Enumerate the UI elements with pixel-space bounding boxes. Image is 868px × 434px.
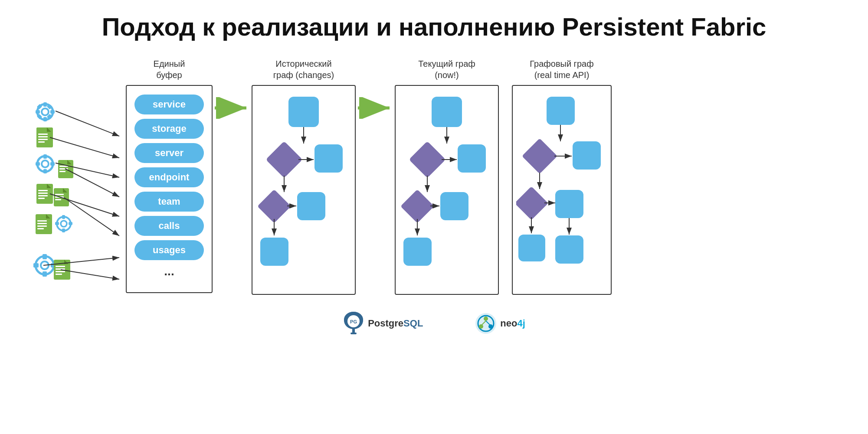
historical-label: Историческийграф (changes) xyxy=(273,58,334,81)
source-area xyxy=(26,58,121,305)
svg-rect-60 xyxy=(56,268,65,270)
svg-rect-78 xyxy=(314,144,343,173)
svg-rect-19 xyxy=(43,154,47,159)
svg-point-122 xyxy=(484,317,488,321)
buffer-item-server: server xyxy=(134,143,204,163)
current-graph-box xyxy=(395,85,499,295)
buffer-item-team: team xyxy=(134,192,204,212)
buffer-item-storage: storage xyxy=(134,119,204,139)
svg-rect-27 xyxy=(59,171,66,172)
sections-row: Единыйбуфер service storage server endpo… xyxy=(126,58,842,295)
svg-rect-83 xyxy=(297,192,325,220)
buffer-box: service storage server endpoint team cal… xyxy=(126,85,213,293)
svg-point-124 xyxy=(479,324,483,329)
svg-rect-59 xyxy=(56,266,65,267)
svg-rect-107 xyxy=(516,186,548,220)
svg-rect-95 xyxy=(401,189,434,223)
svg-rect-15 xyxy=(38,139,48,140)
svg-rect-77 xyxy=(266,141,303,178)
svg-text:PG: PG xyxy=(350,319,357,324)
svg-rect-48 xyxy=(37,223,47,224)
buffer-ellipsis: ... xyxy=(164,264,174,278)
svg-rect-62 xyxy=(56,274,62,275)
svg-rect-2 xyxy=(43,102,47,107)
current-section: Текущий граф(now!) xyxy=(395,58,499,295)
svg-rect-41 xyxy=(62,215,65,219)
svg-rect-111 xyxy=(518,235,545,261)
svg-rect-97 xyxy=(440,192,468,220)
neo4j-logo: neo4j xyxy=(475,313,525,334)
svg-rect-92 xyxy=(458,144,486,173)
postgresql-icon: PG xyxy=(343,312,364,336)
svg-rect-13 xyxy=(38,134,48,135)
neo4j-icon xyxy=(475,313,497,334)
svg-line-69 xyxy=(64,198,119,236)
svg-rect-119 xyxy=(350,333,357,334)
graph-graph-box xyxy=(512,85,612,295)
svg-rect-61 xyxy=(56,271,65,272)
svg-rect-21 xyxy=(36,162,40,166)
svg-rect-30 xyxy=(38,190,48,191)
postgresql-logo: PG PostgreSQL xyxy=(343,312,423,336)
svg-rect-5 xyxy=(50,110,55,114)
svg-rect-4 xyxy=(36,110,40,114)
page-title: Подход к реализации и наполнению Persist… xyxy=(102,13,766,41)
svg-point-40 xyxy=(61,221,67,227)
buffer-label: Единыйбуфер xyxy=(154,58,185,81)
svg-rect-20 xyxy=(43,169,47,173)
svg-line-64 xyxy=(56,111,119,136)
main-content: Единыйбуфер service storage server endpo… xyxy=(26,58,842,305)
graph-section: Графовый граф(real time API) xyxy=(512,58,612,295)
svg-rect-50 xyxy=(37,228,44,229)
svg-rect-109 xyxy=(555,190,583,218)
svg-rect-16 xyxy=(38,141,45,143)
svg-rect-33 xyxy=(38,198,45,199)
svg-rect-14 xyxy=(38,136,48,137)
buffer-item-endpoint: endpoint xyxy=(134,167,204,187)
graph-label: Графовый граф(real time API) xyxy=(530,58,593,81)
svg-rect-22 xyxy=(50,162,55,166)
buffer-item-usages: usages xyxy=(134,240,204,260)
svg-rect-104 xyxy=(573,141,601,170)
svg-rect-36 xyxy=(55,194,64,195)
svg-rect-42 xyxy=(62,228,65,232)
svg-rect-99 xyxy=(403,238,432,266)
svg-line-67 xyxy=(65,169,119,197)
svg-point-123 xyxy=(488,324,493,329)
svg-point-18 xyxy=(42,160,49,167)
svg-rect-43 xyxy=(55,222,59,225)
svg-rect-32 xyxy=(38,195,48,196)
postgresql-text: PostgreSQL xyxy=(368,318,423,329)
bottom-logos: PG PostgreSQL neo4j xyxy=(26,312,842,336)
svg-rect-113 xyxy=(555,235,583,264)
svg-rect-53 xyxy=(43,254,47,259)
svg-rect-38 xyxy=(55,199,61,200)
svg-rect-54 xyxy=(43,271,47,277)
buffer-item-calls: calls xyxy=(134,216,204,236)
svg-rect-85 xyxy=(260,238,288,266)
svg-rect-101 xyxy=(547,97,575,125)
svg-line-65 xyxy=(50,137,119,158)
svg-rect-44 xyxy=(69,222,72,225)
neo4j-text: neo4j xyxy=(500,318,525,329)
svg-rect-47 xyxy=(37,220,47,222)
arrow-1 xyxy=(213,58,252,119)
svg-rect-81 xyxy=(258,189,291,223)
svg-point-1 xyxy=(42,108,49,115)
svg-rect-89 xyxy=(432,97,462,127)
svg-rect-75 xyxy=(288,97,319,127)
arrow-2 xyxy=(356,58,395,119)
current-label: Текущий граф(now!) xyxy=(418,58,475,81)
historical-graph-box xyxy=(252,85,356,295)
historical-section: Историческийграф (changes) xyxy=(252,58,356,295)
svg-rect-31 xyxy=(38,193,48,194)
buffer-section: Единыйбуфер service storage server endpo… xyxy=(126,58,213,293)
svg-rect-49 xyxy=(37,225,47,227)
source-diagram xyxy=(26,93,121,305)
page: Подход к реализации и наполнению Persist… xyxy=(0,0,868,434)
svg-rect-3 xyxy=(43,117,47,121)
svg-rect-91 xyxy=(409,141,446,178)
buffer-item-service: service xyxy=(134,95,204,114)
svg-rect-55 xyxy=(33,263,39,268)
svg-rect-103 xyxy=(522,138,557,174)
